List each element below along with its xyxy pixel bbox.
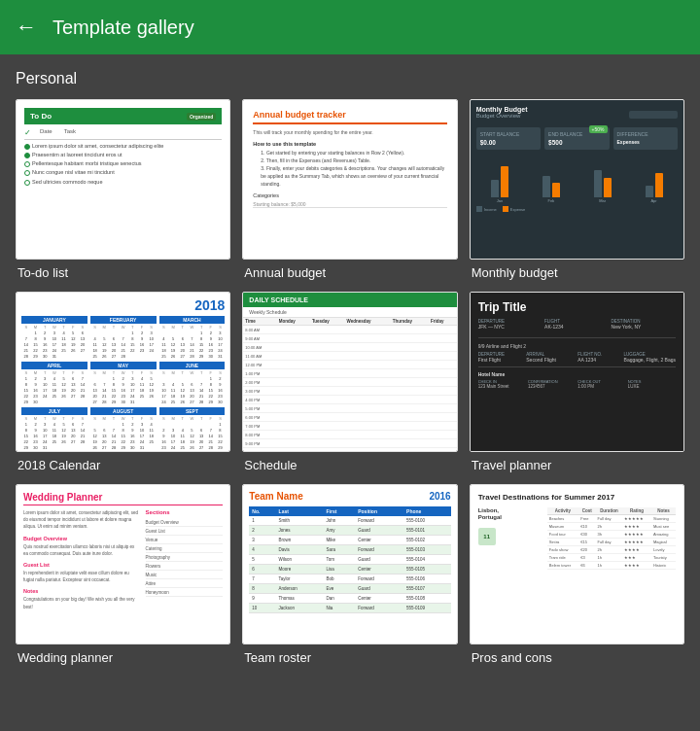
thumbnail-pros: Travel Destinations for Summer 2017 Lisb… [470,484,684,644]
template-item-travel[interactable]: Trip Title DEPARTURE JFK — NYC FLIGHT AK… [470,292,684,472]
template-label-pros: Pros and cons [470,650,684,665]
main-content: Personal To Do Organized ✓ Date Task [0,54,700,688]
thumbnail-calendar: 2018 JANUARY SMTWTFS 123456 78910111213 … [16,292,230,452]
back-icon[interactable]: ← [16,15,37,40]
template-item-wedding[interactable]: Wedding Planner Lorem ipsum dolor sit am… [16,484,230,665]
thumbnail-monthly: Monthly Budget Budget Overview START BAL… [470,99,684,260]
template-item-annual[interactable]: Annual budget tracker This will track yo… [242,99,457,280]
template-label-travel: Travel planner [470,458,684,472]
template-item-pros[interactable]: Travel Destinations for Summer 2017 Lisb… [470,484,684,665]
template-label-roster: Team roster [242,650,457,665]
template-grid: To Do Organized ✓ Date Task Lorem ipsum … [16,99,684,665]
template-item-calendar[interactable]: 2018 JANUARY SMTWTFS 123456 78910111213 … [16,292,230,472]
page-title: Template gallery [52,17,194,39]
template-label-todo: To-do list [16,265,230,280]
thumbnail-todo: To Do Organized ✓ Date Task Lorem ipsum … [16,99,230,260]
app-header: ← Template gallery [0,0,700,54]
thumbnail-roster: Team Name 2016 No. Last First Position P… [242,484,457,644]
template-label-schedule: Schedule [242,458,457,472]
template-label-monthly: Monthly budget [470,265,684,280]
template-item-schedule[interactable]: DAILY SCHEDULE Weekly Schedule Time Mond… [242,292,457,472]
template-item-roster[interactable]: Team Name 2016 No. Last First Position P… [242,484,457,665]
section-label: Personal [16,70,684,87]
thumbnail-annual: Annual budget tracker This will track yo… [242,99,457,260]
template-item-monthly[interactable]: Monthly Budget Budget Overview START BAL… [470,99,684,280]
template-label-wedding: Wedding planner [16,650,230,665]
thumbnail-travel: Trip Title DEPARTURE JFK — NYC FLIGHT AK… [470,292,684,452]
template-label-annual: Annual budget [242,265,457,280]
template-item-todo[interactable]: To Do Organized ✓ Date Task Lorem ipsum … [16,99,230,280]
thumbnail-schedule: DAILY SCHEDULE Weekly Schedule Time Mond… [242,292,457,452]
thumbnail-wedding: Wedding Planner Lorem ipsum dolor sit am… [16,484,230,644]
template-label-calendar: 2018 Calendar [16,458,230,472]
